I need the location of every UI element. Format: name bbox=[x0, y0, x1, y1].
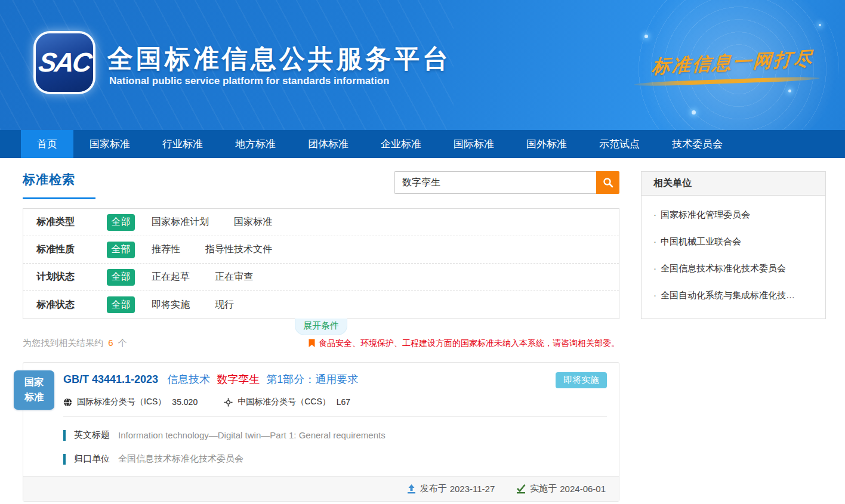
filter-option[interactable]: 指导性技术文件 bbox=[205, 243, 272, 256]
nav-item-industry-standards[interactable]: 行业标准 bbox=[146, 130, 219, 158]
standard-type-badge: 国家 标准 bbox=[14, 370, 54, 410]
english-title-value: Information technology—Digital twin—Part… bbox=[118, 430, 386, 440]
filter-label: 计划状态 bbox=[36, 271, 96, 283]
result-count-number: 6 bbox=[108, 338, 113, 348]
publish-date-item: 发布于 2023-11-27 bbox=[407, 483, 495, 494]
filter-panel: 标准类型 全部 国家标准计划 国家标准 标准性质 全部 推荐性 指导性技术文件 … bbox=[23, 208, 619, 319]
filter-all-button[interactable]: 全部 bbox=[107, 296, 135, 313]
search-input[interactable] bbox=[394, 171, 596, 194]
filter-option[interactable]: 正在审查 bbox=[215, 271, 253, 283]
related-units-list: 国家标准化管理委员会 中国机械工业联合会 全国信息技术标准化技术委员会 全国自动… bbox=[642, 196, 825, 319]
nav-item-national-standards[interactable]: 国家标准 bbox=[73, 130, 146, 158]
type-badge-line2: 标准 bbox=[24, 390, 44, 405]
results-info-row: 为您找到相关结果约 6 个 食品安全、环境保护、工程建设方面的国家标准未纳入本系… bbox=[23, 338, 619, 349]
sparkle-dot bbox=[819, 24, 821, 26]
related-units-panel: 相关单位 国家标准化管理委员会 中国机械工业联合会 全国信息技术标准化技术委员会… bbox=[641, 171, 826, 319]
main-column: 标准检索 标准类型 全部 国家标准计划 国家标准 bbox=[23, 171, 619, 502]
ics-meta: 国际标准分类号（ICS） 35.020 bbox=[63, 397, 198, 407]
committee-label: 归口单位 bbox=[74, 453, 110, 465]
filter-row-standard-type: 标准类型 全部 国家标准计划 国家标准 bbox=[23, 209, 619, 236]
filter-row-standard-status: 标准状态 全部 即将实施 现行 bbox=[23, 291, 619, 319]
ics-label: 国际标准分类号（ICS） bbox=[77, 397, 166, 407]
filter-option[interactable]: 正在起草 bbox=[152, 271, 190, 283]
sidebar-item-machinery-federation[interactable]: 中国机械工业联合会 bbox=[653, 228, 813, 255]
nav-item-foreign-standards[interactable]: 国外标准 bbox=[510, 130, 583, 158]
compass-icon bbox=[224, 398, 233, 407]
english-title-row: 英文标题 Information technology—Digital twin… bbox=[63, 429, 607, 441]
search-icon bbox=[603, 177, 613, 188]
nav-item-international-standards[interactable]: 国际标准 bbox=[437, 130, 510, 158]
standard-title-part1: 信息技术 bbox=[167, 373, 210, 385]
committee-value: 全国信息技术标准化技术委员会 bbox=[118, 453, 243, 465]
page-content: 标准检索 标准类型 全部 国家标准计划 国家标准 bbox=[0, 158, 845, 504]
type-badge-line1: 国家 bbox=[24, 375, 44, 390]
nav-item-home[interactable]: 首页 bbox=[21, 130, 73, 158]
sidebar-item-sac-committee[interactable]: 国家标准化管理委员会 bbox=[653, 202, 813, 228]
standard-code: GB/T 43441.1-2023 bbox=[63, 373, 158, 385]
section-title-underline bbox=[23, 197, 95, 199]
related-units-title: 相关单位 bbox=[642, 172, 825, 196]
filter-row-standard-nature: 标准性质 全部 推荐性 指导性技术文件 bbox=[23, 236, 619, 264]
implement-date: 2024-06-01 bbox=[560, 484, 606, 494]
sidebar-item-automation-committee[interactable]: 全国自动化系统与集成标准化技… bbox=[653, 282, 813, 309]
publish-label: 发布于 bbox=[420, 483, 447, 494]
implement-date-item: 实施于 2024-06-01 bbox=[516, 483, 606, 494]
sidebar-item-it-standards-committee[interactable]: 全国信息技术标准化技术委员会 bbox=[653, 255, 813, 282]
implement-label: 实施于 bbox=[530, 483, 557, 494]
sparkle-dot bbox=[788, 89, 791, 92]
english-title-label: 英文标题 bbox=[74, 429, 110, 441]
filter-label: 标准类型 bbox=[36, 216, 96, 228]
site-title: 全国标准信息公共服务平台 bbox=[107, 42, 451, 76]
nav-item-pilot-programs[interactable]: 示范试点 bbox=[583, 130, 656, 158]
filter-all-button[interactable]: 全部 bbox=[107, 242, 135, 258]
ccs-label: 中国标准分类号（CCS） bbox=[238, 397, 331, 407]
ccs-value: L67 bbox=[337, 397, 350, 407]
result-card: 国家 标准 GB/T 43441.1-2023 信息技术 数字孪生 第1部分：通… bbox=[23, 362, 619, 502]
section-title-block: 标准检索 bbox=[23, 171, 95, 199]
status-badge: 即将实施 bbox=[556, 372, 607, 388]
filter-option[interactable]: 即将实施 bbox=[152, 299, 190, 311]
search-button[interactable] bbox=[596, 171, 619, 194]
publish-date: 2023-11-27 bbox=[450, 484, 495, 494]
standard-title-highlight: 数字孪生 bbox=[217, 373, 260, 385]
globe-icon bbox=[63, 398, 72, 407]
notice-text: 食品安全、环境保护、工程建设方面的国家标准未纳入本系统，请咨询相关部委。 bbox=[319, 338, 619, 349]
detail-bar-decoration bbox=[63, 454, 66, 465]
upload-icon bbox=[407, 484, 416, 494]
standard-title-part2: 第1部分：通用要求 bbox=[266, 373, 358, 385]
filter-option[interactable]: 现行 bbox=[215, 299, 234, 311]
sac-logo-text: SAC bbox=[36, 47, 92, 78]
check-icon bbox=[516, 484, 526, 494]
nav-item-group-standards[interactable]: 团体标准 bbox=[292, 130, 365, 158]
section-title: 标准检索 bbox=[23, 171, 95, 188]
ccs-meta: 中国标准分类号（CCS） L67 bbox=[224, 397, 350, 407]
result-count-prefix: 为您找到相关结果约 bbox=[23, 338, 103, 348]
site-header: SAC 全国标准信息公共服务平台 National public service… bbox=[0, 0, 845, 130]
nav-item-enterprise-standards[interactable]: 企业标准 bbox=[365, 130, 437, 158]
filter-option[interactable]: 国家标准 bbox=[234, 216, 272, 228]
filter-label: 标准状态 bbox=[36, 299, 96, 311]
sparkle-dot bbox=[644, 35, 648, 38]
card-footer: 发布于 2023-11-27 实施于 2024-06-01 bbox=[23, 476, 619, 501]
filter-all-button[interactable]: 全部 bbox=[107, 214, 135, 231]
sac-logo[interactable]: SAC bbox=[36, 33, 93, 92]
search-section: 标准检索 bbox=[23, 171, 619, 200]
filter-option[interactable]: 推荐性 bbox=[152, 243, 180, 256]
card-title-row: GB/T 43441.1-2023 信息技术 数字孪生 第1部分：通用要求 即将… bbox=[63, 372, 607, 388]
main-nav: 首页 国家标准 行业标准 地方标准 团体标准 企业标准 国际标准 国外标准 示范… bbox=[0, 130, 845, 158]
system-notice: 食品安全、环境保护、工程建设方面的国家标准未纳入本系统，请咨询相关部委。 bbox=[309, 338, 619, 349]
committee-row: 归口单位 全国信息技术标准化技术委员会 bbox=[63, 453, 607, 465]
nav-item-technical-committees[interactable]: 技术委员会 bbox=[656, 130, 739, 158]
filter-label: 标准性质 bbox=[36, 243, 96, 256]
filter-row-plan-status: 计划状态 全部 正在起草 正在审查 bbox=[23, 264, 619, 291]
filter-option[interactable]: 国家标准计划 bbox=[152, 216, 209, 228]
nav-item-local-standards[interactable]: 地方标准 bbox=[219, 130, 292, 158]
filter-all-button[interactable]: 全部 bbox=[107, 269, 135, 286]
sparkle-dot bbox=[692, 110, 696, 115]
ics-value: 35.020 bbox=[172, 397, 198, 407]
result-count: 为您找到相关结果约 6 个 bbox=[23, 338, 127, 349]
site-subtitle: National public service platform for sta… bbox=[109, 75, 389, 87]
expand-conditions-button[interactable]: 展开条件 bbox=[295, 319, 347, 335]
card-body: GB/T 43441.1-2023 信息技术 数字孪生 第1部分：通用要求 即将… bbox=[23, 363, 619, 465]
standard-title-link[interactable]: GB/T 43441.1-2023 信息技术 数字孪生 第1部分：通用要求 bbox=[63, 372, 358, 386]
